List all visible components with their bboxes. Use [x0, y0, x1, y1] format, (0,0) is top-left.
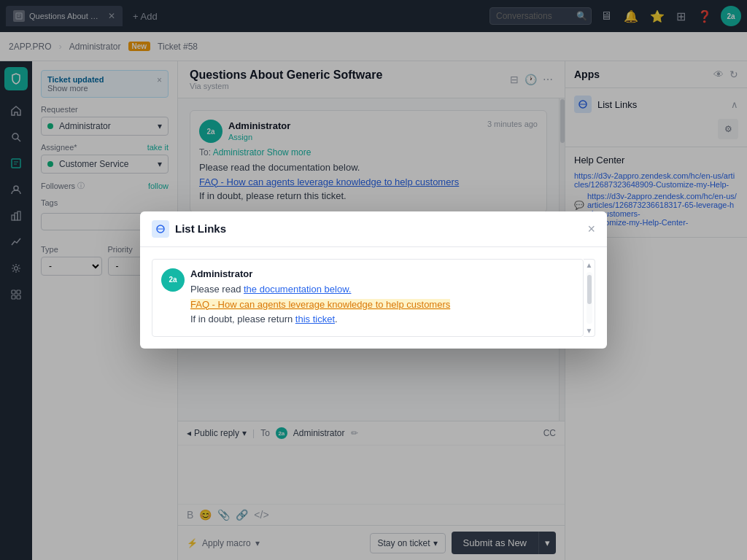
modal-message-text: Please read the documentation below. FAQ…: [190, 282, 450, 327]
modal-message: 2a Administrator Please read the documen…: [161, 268, 574, 327]
scroll-down-icon[interactable]: ▼: [586, 327, 593, 335]
modal-author-name: Administrator: [190, 268, 450, 279]
modal-title: List Links: [152, 220, 226, 238]
scroll-thumb: [587, 275, 592, 304]
modal-content: 2a Administrator Please read the documen…: [152, 259, 584, 337]
modal-faq-link[interactable]: FAQ - How can agents leverage knowledge …: [190, 299, 450, 310]
modal-doc-link[interactable]: the documentation below.: [244, 284, 351, 295]
modal-author-avatar: 2a: [161, 268, 185, 292]
modal-logo: [152, 220, 169, 238]
scroll-up-icon[interactable]: ▲: [586, 261, 593, 269]
modal-close-button[interactable]: ×: [587, 222, 595, 236]
modal-header: List Links ×: [140, 211, 607, 247]
modal-message-body: Administrator Please read the documentat…: [190, 268, 450, 327]
list-links-modal: List Links × 2a Administrator Please rea…: [140, 211, 607, 349]
scroll-track: [587, 272, 592, 324]
modal-overlay[interactable]: List Links × 2a Administrator Please rea…: [0, 0, 747, 560]
modal-body: 2a Administrator Please read the documen…: [140, 247, 607, 349]
modal-ticket-link[interactable]: this ticket: [295, 314, 335, 324]
modal-scrollbar[interactable]: ▲ ▼: [584, 259, 595, 337]
